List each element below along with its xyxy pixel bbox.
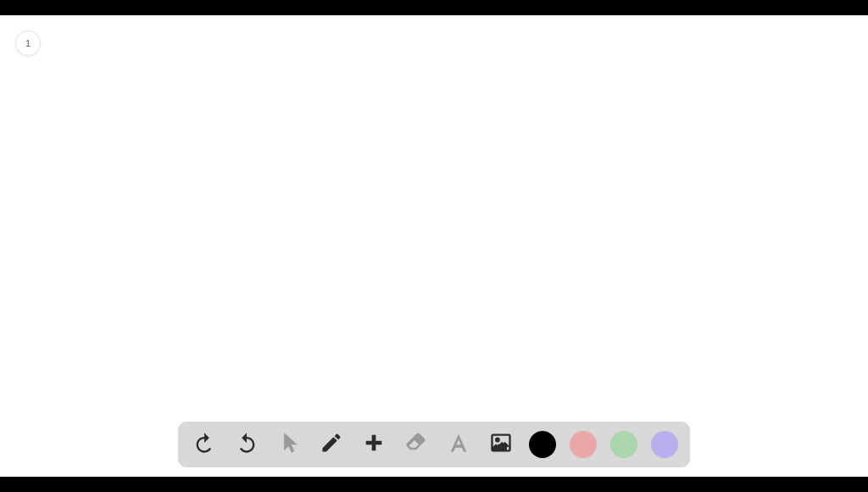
svg-point-1: [496, 439, 499, 442]
toolbar: [178, 422, 690, 467]
redo-icon: [235, 431, 259, 458]
pencil-tool[interactable]: [317, 430, 346, 459]
undo-button[interactable]: [190, 430, 219, 459]
eraser-tool[interactable]: [402, 430, 431, 459]
eraser-icon: [404, 431, 428, 458]
pointer-icon: [277, 431, 301, 458]
plus-tool[interactable]: [359, 430, 388, 459]
canvas-area[interactable]: [0, 15, 868, 477]
pointer-tool[interactable]: [275, 430, 303, 459]
text-tool[interactable]: [444, 430, 473, 459]
pencil-icon: [320, 431, 343, 458]
plus-icon: [362, 431, 386, 458]
color-swatch-pink[interactable]: [570, 431, 597, 458]
undo-icon: [192, 431, 216, 458]
page-number-badge[interactable]: 1: [15, 31, 41, 56]
image-icon: [489, 431, 513, 458]
color-swatch-black[interactable]: [529, 431, 556, 458]
page-number-label: 1: [25, 38, 31, 48]
redo-button[interactable]: [232, 430, 261, 459]
text-icon: [447, 431, 470, 458]
color-swatch-green[interactable]: [610, 431, 637, 458]
color-swatch-lavender[interactable]: [651, 431, 678, 458]
image-tool[interactable]: [487, 430, 515, 459]
